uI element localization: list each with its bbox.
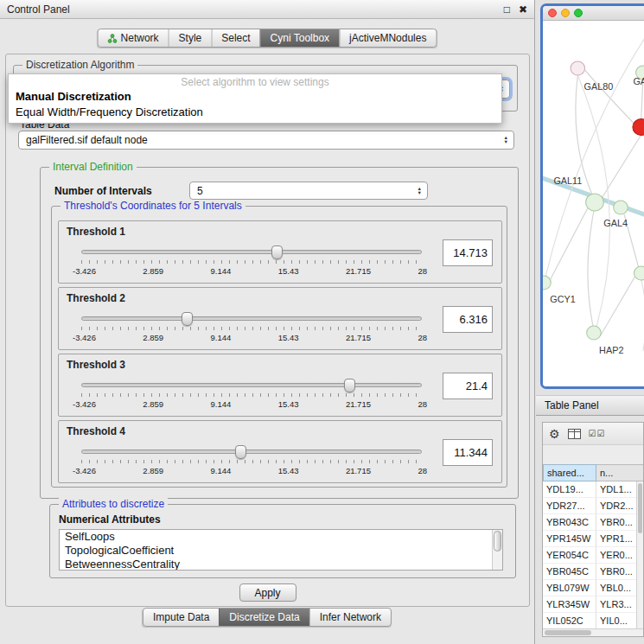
- scale-label: 21.715: [346, 466, 371, 475]
- threshold-2-slider[interactable]: [81, 316, 422, 321]
- table-data-combobox[interactable]: galFiltered.sif default node ▲ ▼: [18, 131, 514, 150]
- attributes-group: Attributes to discretize Numerical Attri…: [49, 504, 516, 578]
- attribute-item-selfloops[interactable]: SelfLoops: [60, 530, 502, 544]
- tab-jactivemnodules[interactable]: jActiveMNodules: [339, 29, 436, 47]
- column-header-name[interactable]: n...: [596, 464, 643, 481]
- threshold-3-slider[interactable]: [81, 383, 422, 387]
- threshold-2-tick-marks: [81, 327, 422, 330]
- network-node[interactable]: [543, 276, 551, 290]
- control-panel-titlebar: Control Panel □ ✖: [0, 0, 534, 19]
- network-canvas[interactable]: GAL80 GA GAL11 GAL4 GCY1 HAP2: [543, 21, 644, 386]
- thresholds-group-title: Threshold's Coordinates for 5 Intervals: [61, 200, 245, 212]
- tab-style[interactable]: Style: [169, 29, 212, 47]
- attributes-scrollbar-thumb[interactable]: [494, 531, 501, 552]
- network-node[interactable]: [634, 266, 644, 280]
- table-browser-window: ⚙ ☑☑ shared... n... YDL19... YDL1... YDR…: [542, 422, 644, 637]
- cell-shared-name[interactable]: YBR045C: [543, 564, 596, 580]
- scale-label: -3.426: [73, 399, 96, 409]
- threshold-2-slider-thumb[interactable]: [182, 312, 193, 326]
- table-panel-title: Table Panel: [545, 399, 599, 411]
- table-row[interactable]: YDL19... YDL1...: [543, 481, 643, 498]
- table-row[interactable]: YDR27... YDR2...: [543, 498, 643, 514]
- algorithm-option-manual[interactable]: Manual Discretization: [9, 89, 501, 105]
- scale-label: 28: [418, 333, 427, 342]
- attributes-scrollbar[interactable]: [492, 530, 502, 570]
- tab-select-label: Select: [221, 32, 250, 44]
- threshold-4-slider-thumb[interactable]: [235, 445, 246, 459]
- tab-discretize-data-label: Discretize Data: [229, 611, 299, 623]
- discretization-algorithm-group-title: Discretization Algorithm: [22, 59, 137, 71]
- zoom-traffic-light-icon[interactable]: [574, 9, 583, 17]
- threshold-2-box: Threshold 2 -3.426 2.859 9.144 15.43: [58, 287, 502, 350]
- threshold-3-slider-thumb[interactable]: [344, 379, 355, 392]
- network-node[interactable]: [571, 61, 585, 75]
- control-panel-window: Control Panel □ ✖ Network Style Select: [0, 0, 535, 644]
- network-node[interactable]: [586, 194, 604, 211]
- float-window-icon[interactable]: □: [504, 4, 510, 15]
- network-node-selected[interactable]: [633, 119, 644, 136]
- tab-discretize-data[interactable]: Discretize Data: [219, 609, 309, 626]
- close-traffic-light-icon[interactable]: [548, 9, 557, 17]
- threshold-1-slider-area: -3.426 2.859 9.144 15.43 21.715 28: [81, 244, 422, 282]
- table-row[interactable]: YBL079W YBL0...: [543, 580, 643, 596]
- table-row[interactable]: YLR345W YLR3...: [543, 596, 643, 613]
- cyni-bottom-tabs: Impute Data Discretize Data Infer Networ…: [143, 608, 392, 627]
- table-vertical-scrollbar[interactable]: [636, 481, 643, 629]
- table-horizontal-scrollbar-thumb[interactable]: [545, 630, 591, 635]
- cell-shared-name[interactable]: YLR345W: [543, 596, 596, 613]
- threshold-2-slider-area: -3.426 2.859 9.144 15.43 21.715 28: [81, 310, 422, 348]
- network-node[interactable]: [614, 201, 628, 214]
- cell-shared-name[interactable]: YER054C: [543, 547, 596, 564]
- threshold-3-value-field[interactable]: [443, 373, 493, 399]
- number-of-intervals-value: 5: [197, 185, 415, 197]
- tab-network[interactable]: Network: [99, 29, 169, 47]
- cell-shared-name[interactable]: YDR27...: [543, 498, 596, 514]
- scale-label: 2.859: [143, 333, 163, 342]
- select-checkboxes-icon[interactable]: ☑☑: [589, 429, 606, 438]
- scale-label: 28: [418, 466, 427, 475]
- cell-shared-name[interactable]: YBL079W: [543, 580, 596, 596]
- threshold-1-slider[interactable]: [81, 250, 422, 254]
- number-of-intervals-label: Number of Intervals: [54, 185, 152, 197]
- scale-label: 15.43: [278, 466, 299, 475]
- table-row[interactable]: YBR043C YBR0...: [543, 514, 643, 531]
- thresholds-group: Threshold's Coordinates for 5 Intervals …: [51, 206, 507, 488]
- tab-infer-network-label: Infer Network: [320, 611, 381, 623]
- table-row[interactable]: YBR045C YBR0...: [543, 564, 643, 580]
- tab-select[interactable]: Select: [211, 29, 259, 47]
- columns-icon[interactable]: [568, 429, 581, 439]
- threshold-4-slider[interactable]: [81, 450, 422, 454]
- cell-shared-name[interactable]: YDL19...: [543, 481, 596, 498]
- threshold-1-slider-thumb[interactable]: [271, 245, 283, 259]
- node-label-gcy1: GCY1: [550, 294, 576, 304]
- threshold-4-value-field[interactable]: [443, 439, 493, 466]
- algorithm-option-equal-width[interactable]: Equal Width/Frequency Discretization: [9, 105, 501, 120]
- network-node[interactable]: [587, 326, 602, 340]
- threshold-2-label: Threshold 2: [67, 292, 125, 304]
- table-horizontal-scrollbar[interactable]: [543, 628, 643, 636]
- table-row[interactable]: YIL052C YIL0...: [543, 613, 643, 629]
- apply-button[interactable]: Apply: [239, 583, 296, 602]
- threshold-3-box: Threshold 3 -3.426 2.859 9.144 15.43: [58, 354, 502, 417]
- threshold-1-value-field[interactable]: [443, 239, 493, 266]
- table-row[interactable]: YPR145W YPR1...: [543, 531, 643, 547]
- table-row[interactable]: YER054C YER0...: [543, 547, 643, 564]
- tab-impute-data[interactable]: Impute Data: [143, 609, 219, 626]
- cell-shared-name[interactable]: YIL052C: [543, 613, 596, 629]
- tab-cyni-toolbox[interactable]: Cyni Toolbox: [260, 29, 339, 47]
- number-of-intervals-combobox[interactable]: 5 ▲ ▼: [189, 182, 428, 200]
- close-window-icon[interactable]: ✖: [519, 4, 527, 15]
- cell-shared-name[interactable]: YPR145W: [543, 531, 596, 547]
- tab-jactivemnodules-label: jActiveMNodules: [349, 32, 426, 44]
- attribute-item-betweennesscentrality[interactable]: BetweennessCentrality: [60, 558, 502, 571]
- column-header-shared-name[interactable]: shared...: [543, 464, 596, 481]
- gear-icon[interactable]: ⚙: [549, 428, 560, 440]
- tab-infer-network[interactable]: Infer Network: [309, 609, 391, 626]
- threshold-2-value-field[interactable]: [443, 306, 493, 333]
- cell-shared-name[interactable]: YBR043C: [543, 514, 596, 531]
- table-vertical-scrollbar-thumb[interactable]: [638, 483, 642, 533]
- attribute-item-topologicalcoefficient[interactable]: TopologicalCoefficient: [60, 544, 502, 558]
- tab-impute-data-label: Impute Data: [153, 611, 209, 623]
- network-graph: GAL80 GA GAL11 GAL4 GCY1 HAP2: [543, 21, 644, 386]
- minimize-traffic-light-icon[interactable]: [561, 9, 570, 17]
